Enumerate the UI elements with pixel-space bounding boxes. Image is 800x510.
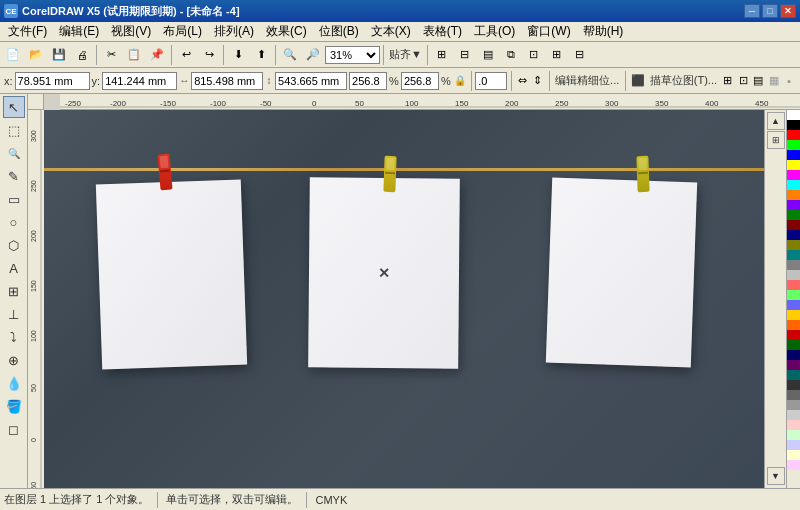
redo-button[interactable]: ↪ (198, 44, 220, 66)
ellipse-tool[interactable]: ○ (3, 211, 25, 233)
menu-item-o[interactable]: 工具(O) (468, 22, 521, 41)
text-tool[interactable]: A (3, 257, 25, 279)
menu-item-l[interactable]: 布局(L) (157, 22, 208, 41)
align-button[interactable]: ⊞ (431, 44, 453, 66)
rectangle-tool[interactable]: ▭ (3, 188, 25, 210)
scroll-down-button[interactable]: ▼ (767, 467, 785, 485)
canvas-container[interactable]: ✕ (44, 110, 764, 488)
color-swatch[interactable] (787, 210, 800, 220)
menu-item-e[interactable]: 编辑(E) (53, 22, 105, 41)
fill-tool[interactable]: 🪣 (3, 395, 25, 417)
color-swatch[interactable] (787, 440, 800, 450)
import-button[interactable]: ⬇ (227, 44, 249, 66)
save-button[interactable]: 💾 (48, 44, 70, 66)
color-swatch[interactable] (787, 240, 800, 250)
zoom-out-button[interactable]: 🔎 (302, 44, 324, 66)
color-swatch[interactable] (787, 230, 800, 240)
color-swatch[interactable] (787, 370, 800, 380)
color-swatch[interactable] (787, 140, 800, 150)
polygon-tool[interactable]: ⬡ (3, 234, 25, 256)
scroll-up-button[interactable]: ▲ (767, 112, 785, 130)
export-button[interactable]: ⬆ (250, 44, 272, 66)
view-btn3[interactable]: ⊡ (736, 70, 749, 92)
freehand-tool[interactable]: ⬚ (3, 119, 25, 141)
menu-item-c[interactable]: 效果(C) (260, 22, 313, 41)
outline-tool[interactable]: ◻ (3, 418, 25, 440)
zoom-in-button[interactable]: 🔍 (279, 44, 301, 66)
height-input[interactable] (275, 72, 347, 90)
eyedropper-tool[interactable]: 💧 (3, 372, 25, 394)
color-swatch[interactable] (787, 460, 800, 470)
color-swatch[interactable] (787, 350, 800, 360)
view-mode-button[interactable]: ⬛ (630, 70, 646, 92)
color-swatch[interactable] (787, 320, 800, 330)
zoom-tool[interactable]: 🔍 (3, 142, 25, 164)
color-swatch[interactable] (787, 290, 800, 300)
select-tool[interactable]: ↖ (3, 96, 25, 118)
paper-center[interactable]: ✕ (308, 177, 460, 368)
angle-input[interactable] (475, 72, 507, 90)
menu-item-b[interactable]: 位图(B) (313, 22, 365, 41)
color-swatch[interactable] (787, 380, 800, 390)
color-swatch[interactable] (787, 360, 800, 370)
combine-button[interactable]: ⊞ (546, 44, 568, 66)
scale-x-input[interactable] (349, 72, 387, 90)
y-input[interactable] (102, 72, 177, 90)
color-swatch[interactable] (787, 430, 800, 440)
color-swatch[interactable] (787, 300, 800, 310)
paste-button[interactable]: 📌 (146, 44, 168, 66)
color-swatch[interactable] (787, 340, 800, 350)
menu-item-f[interactable]: 文件(F) (2, 22, 53, 41)
color-swatch[interactable] (787, 450, 800, 460)
mirror-h-button[interactable]: ⇔ (516, 70, 529, 92)
print-button[interactable]: 🖨 (71, 44, 93, 66)
copy-button[interactable]: 📋 (123, 44, 145, 66)
open-button[interactable]: 📂 (25, 44, 47, 66)
distribute-button[interactable]: ⊟ (454, 44, 476, 66)
menu-item-h[interactable]: 帮助(H) (577, 22, 630, 41)
color-swatch[interactable] (787, 400, 800, 410)
order-button[interactable]: ▤ (477, 44, 499, 66)
menu-item-w[interactable]: 窗口(W) (521, 22, 576, 41)
lock-ratio-button[interactable]: 🔒 (453, 70, 467, 92)
minimize-button[interactable]: ─ (744, 4, 760, 18)
close-button[interactable]: ✕ (780, 4, 796, 18)
color-swatch[interactable] (787, 170, 800, 180)
color-swatch[interactable] (787, 160, 800, 170)
zoom-select[interactable]: 31% (325, 46, 380, 64)
color-swatch[interactable] (787, 200, 800, 210)
menu-item-t[interactable]: 表格(T) (417, 22, 468, 41)
color-swatch[interactable] (787, 280, 800, 290)
break-button[interactable]: ⊟ (569, 44, 591, 66)
color-swatch[interactable] (787, 250, 800, 260)
menu-item-a[interactable]: 排列(A) (208, 22, 260, 41)
color-swatch[interactable] (787, 110, 800, 120)
color-swatch[interactable] (787, 270, 800, 280)
paper-right[interactable] (546, 178, 697, 368)
view-btn2[interactable]: ⊞ (721, 70, 734, 92)
blend-tool[interactable]: ⊕ (3, 349, 25, 371)
view-btn6[interactable]: ▪ (783, 70, 796, 92)
mirror-v-button[interactable]: ⇕ (531, 70, 544, 92)
snap-label[interactable]: 贴齐▼ (387, 47, 424, 62)
color-swatch[interactable] (787, 130, 800, 140)
maximize-button[interactable]: □ (762, 4, 778, 18)
group-button[interactable]: ⧉ (500, 44, 522, 66)
color-swatch[interactable] (787, 260, 800, 270)
canvas[interactable]: ✕ (44, 110, 764, 488)
view-btn5[interactable]: ▦ (767, 70, 780, 92)
table-tool[interactable]: ⊞ (3, 280, 25, 302)
color-swatch[interactable] (787, 120, 800, 130)
color-swatch[interactable] (787, 180, 800, 190)
width-input[interactable] (191, 72, 263, 90)
connector-tool[interactable]: ⤵ (3, 326, 25, 348)
view-btn4[interactable]: ▤ (752, 70, 765, 92)
expand-button[interactable]: ⊞ (767, 131, 785, 149)
menu-item-x[interactable]: 文本(X) (365, 22, 417, 41)
undo-button[interactable]: ↩ (175, 44, 197, 66)
freehand2-tool[interactable]: ✎ (3, 165, 25, 187)
dimension-tool[interactable]: ⊥ (3, 303, 25, 325)
menu-item-v[interactable]: 视图(V) (105, 22, 157, 41)
paper-left[interactable] (96, 180, 247, 370)
ungroup-button[interactable]: ⊡ (523, 44, 545, 66)
